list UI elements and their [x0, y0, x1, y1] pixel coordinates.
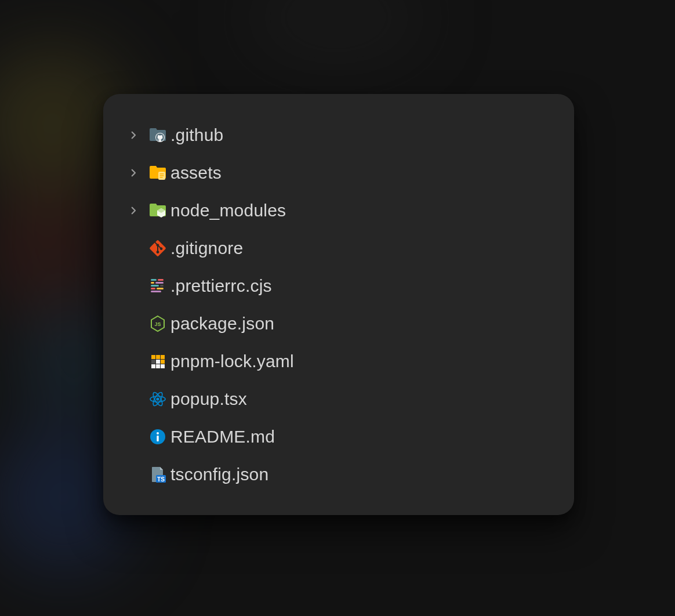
- tree-item-tsconfig[interactable]: TS tsconfig.json: [103, 455, 574, 493]
- svg-text:TS: TS: [157, 476, 165, 482]
- tree-item-label: README.md: [170, 427, 275, 447]
- tree-item-label: assets: [170, 163, 222, 183]
- svg-rect-3: [160, 175, 164, 176]
- chevron-right-icon[interactable]: [122, 130, 145, 140]
- tree-item-label: .github: [170, 125, 223, 145]
- tree-item-label: package.json: [170, 314, 274, 334]
- svg-rect-10: [155, 282, 164, 284]
- svg-rect-23: [151, 364, 155, 368]
- tree-item-label: .gitignore: [170, 238, 243, 258]
- svg-rect-21: [151, 360, 155, 364]
- svg-rect-24: [156, 364, 160, 368]
- readme-icon: [145, 427, 170, 446]
- svg-rect-7: [151, 279, 157, 281]
- svg-point-32: [157, 432, 159, 434]
- tree-item-label: node_modules: [170, 201, 286, 220]
- tree-item-label: .prettierrc.cjs: [170, 276, 272, 296]
- svg-rect-31: [157, 436, 158, 441]
- react-icon: [145, 390, 170, 408]
- svg-rect-11: [151, 285, 159, 287]
- chevron-right-icon[interactable]: [122, 168, 145, 178]
- svg-text:JS: JS: [154, 321, 161, 327]
- chevron-right-icon[interactable]: [122, 205, 145, 216]
- pnpm-icon: [145, 352, 170, 371]
- github-folder-icon: [145, 126, 170, 144]
- assets-folder-icon: [145, 164, 170, 182]
- tree-item-gitignore[interactable]: .gitignore: [103, 229, 574, 267]
- tree-item-assets[interactable]: assets: [103, 154, 574, 191]
- tree-item-node-modules[interactable]: node_modules: [103, 191, 574, 229]
- tree-item-package-json[interactable]: JS package.json: [103, 305, 574, 342]
- tree-item-github[interactable]: .github: [103, 116, 574, 154]
- git-icon: [145, 239, 170, 258]
- svg-rect-25: [161, 364, 165, 368]
- tree-item-readme[interactable]: README.md: [103, 418, 574, 455]
- tree-item-label: tsconfig.json: [170, 465, 268, 484]
- tsconfig-icon: TS: [145, 465, 170, 484]
- file-tree: .github assets node_modules: [103, 116, 574, 493]
- svg-point-29: [156, 397, 159, 400]
- svg-rect-22: [156, 360, 160, 364]
- svg-rect-14: [157, 288, 164, 289]
- svg-rect-18: [156, 355, 160, 359]
- svg-rect-19: [161, 355, 165, 359]
- svg-rect-4: [160, 177, 163, 178]
- tree-item-popup-tsx[interactable]: popup.tsx: [103, 380, 574, 418]
- prettier-icon: [145, 277, 170, 295]
- svg-rect-15: [151, 291, 161, 292]
- svg-rect-8: [158, 279, 164, 281]
- svg-rect-12: [160, 285, 164, 287]
- nodejs-icon: JS: [145, 314, 170, 333]
- tree-item-label: pnpm-lock.yaml: [170, 352, 294, 371]
- svg-rect-13: [151, 288, 155, 289]
- svg-rect-20: [161, 360, 165, 364]
- node-modules-folder-icon: [145, 201, 170, 220]
- tree-item-prettierrc[interactable]: .prettierrc.cjs: [103, 267, 574, 305]
- svg-rect-17: [151, 355, 155, 359]
- svg-rect-2: [160, 173, 164, 175]
- svg-rect-9: [151, 282, 154, 284]
- tree-item-pnpm-lock[interactable]: pnpm-lock.yaml: [103, 342, 574, 380]
- tree-item-label: popup.tsx: [170, 389, 247, 409]
- file-tree-panel: .github assets node_modules: [103, 94, 574, 515]
